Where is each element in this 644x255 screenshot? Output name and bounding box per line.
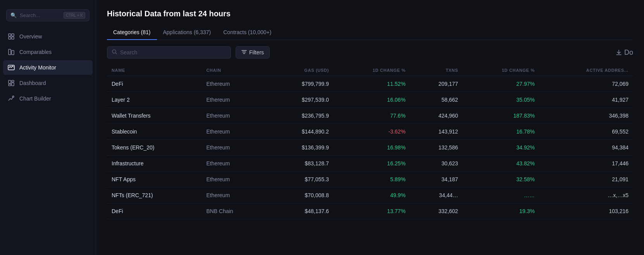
col-header-gas[interactable]: GAS (USD): [267, 65, 334, 76]
tabs-bar: Categories (81) Applications (6,337) Con…: [107, 26, 633, 40]
page-title: Historical Data from last 24 hours: [107, 9, 633, 18]
table-row[interactable]: Wallet Transfers Ethereum $236,795.9 77.…: [107, 108, 633, 124]
svg-rect-5: [12, 50, 14, 55]
cell-gas: $48,137.6: [267, 203, 334, 219]
cell-name: Layer 2: [107, 92, 201, 108]
overview-icon: [8, 33, 15, 40]
cell-gas: $70,008.8: [267, 187, 334, 203]
cell-chain: Ethereum: [201, 172, 267, 187]
col-header-chain[interactable]: CHAIN: [201, 65, 267, 76]
sidebar-item-label-overview: Overview: [19, 33, 42, 40]
table-row[interactable]: DeFi BNB Chain $48,137.6 13.77% 332,602 …: [107, 203, 633, 219]
cell-change-txns: 16.78%: [463, 124, 539, 140]
svg-rect-3: [12, 37, 14, 39]
cell-change-txns: 32.58%: [463, 172, 539, 187]
cell-change-txns: 34.92%: [463, 140, 539, 156]
cell-active-addresses: 346,398: [539, 108, 633, 124]
svg-rect-10: [12, 83, 14, 86]
sidebar-item-comparables[interactable]: Comparables: [3, 45, 93, 59]
cell-gas: $799,799.9: [267, 76, 334, 92]
svg-rect-0: [9, 34, 11, 36]
cell-active-addresses: 69,552: [539, 124, 633, 140]
cell-name: DeFi: [107, 76, 201, 92]
table-row[interactable]: Tokens (ERC_20) Ethereum $136,399.9 16.9…: [107, 140, 633, 156]
cell-active-addresses: 103,216: [539, 203, 633, 219]
download-button[interactable]: Do: [616, 49, 633, 57]
tab-categories[interactable]: Categories (81): [107, 26, 157, 40]
table-row[interactable]: NFT Apps Ethereum $77,055.3 5.89% 34,187…: [107, 172, 633, 187]
table-row[interactable]: Infrastructure Ethereum $83,128.7 16.25%…: [107, 156, 633, 172]
cell-name: Infrastructure: [107, 156, 201, 172]
search-box[interactable]: [107, 46, 231, 59]
cell-change-gas: 77.6%: [334, 108, 410, 124]
cell-active-addresses: …x,…x5: [539, 187, 633, 203]
cell-gas: $77,055.3: [267, 172, 334, 187]
cell-name: NFTs (ERC_721): [107, 187, 201, 203]
sidebar-search[interactable]: 🔍 Search... CTRL + K: [6, 9, 90, 21]
cell-gas: $236,795.9: [267, 108, 334, 124]
cell-change-gas: -3.62%: [334, 124, 410, 140]
cell-gas: $83,128.7: [267, 156, 334, 172]
sidebar-item-label-comparables: Comparables: [19, 49, 52, 55]
col-header-change-gas[interactable]: 1D CHANGE %: [334, 65, 410, 76]
sidebar-item-activity-monitor[interactable]: Activity Monitor: [3, 60, 93, 75]
cell-gas: $297,539.0: [267, 92, 334, 108]
cell-name: Tokens (ERC_20): [107, 140, 201, 156]
col-header-active-addresses[interactable]: ACTIVE ADDRES...: [539, 65, 633, 76]
cell-txns: 30,623: [410, 156, 463, 172]
filters-button[interactable]: Filters: [236, 46, 270, 59]
cell-name: DeFi: [107, 203, 201, 219]
sidebar-item-chart-builder[interactable]: Chart Builder: [3, 91, 93, 106]
cell-gas: $136,399.9: [267, 140, 334, 156]
cell-chain: Ethereum: [201, 92, 267, 108]
data-table-container: NAME CHAIN GAS (USD) 1D CHANGE % TXNS 1D…: [107, 65, 633, 255]
cell-txns: 332,602: [410, 203, 463, 219]
sidebar-item-overview[interactable]: Overview: [3, 29, 93, 44]
cell-txns: 209,177: [410, 76, 463, 92]
main-content: Historical Data from last 24 hours Categ…: [96, 0, 644, 255]
tab-contracts[interactable]: Contracts (10,000+): [217, 26, 277, 40]
tab-applications[interactable]: Applications (6,337): [157, 26, 217, 40]
cell-chain: Ethereum: [201, 187, 267, 203]
cell-change-txns: 27.97%: [463, 76, 539, 92]
table-row[interactable]: NFTs (ERC_721) Ethereum $70,008.8 49.9% …: [107, 187, 633, 203]
cell-txns: 143,912: [410, 124, 463, 140]
cell-active-addresses: 21,091: [539, 172, 633, 187]
chart-builder-icon: [8, 95, 15, 102]
cell-txns: 34,44…: [410, 187, 463, 203]
col-header-txns[interactable]: TXNS: [410, 65, 463, 76]
col-header-change-txns[interactable]: 1D CHANGE %: [463, 65, 539, 76]
toolbar: Filters Do: [107, 46, 633, 59]
cell-change-gas: 11.52%: [334, 76, 410, 92]
svg-rect-9: [9, 84, 11, 86]
cell-txns: 424,960: [410, 108, 463, 124]
dashboard-icon: [8, 80, 15, 87]
sidebar-nav: Overview Comparables Activity Monitor: [0, 29, 96, 106]
sidebar: 🔍 Search... CTRL + K Overview: [0, 0, 96, 255]
cell-txns: 34,187: [410, 172, 463, 187]
cell-change-txns: 35.05%: [463, 92, 539, 108]
sidebar-item-label-dashboard: Dashboard: [19, 80, 46, 86]
svg-rect-8: [12, 80, 14, 82]
search-input[interactable]: [120, 49, 226, 56]
cell-active-addresses: 72,069: [539, 76, 633, 92]
table-row[interactable]: Stablecoin Ethereum $144,890.2 -3.62% 14…: [107, 124, 633, 140]
cell-chain: Ethereum: [201, 76, 267, 92]
svg-rect-4: [9, 49, 11, 55]
cell-gas: $144,890.2: [267, 124, 334, 140]
col-header-name[interactable]: NAME: [107, 65, 201, 76]
download-label: Do: [624, 49, 633, 57]
table-header-row: NAME CHAIN GAS (USD) 1D CHANGE % TXNS 1D…: [107, 65, 633, 76]
table-row[interactable]: Layer 2 Ethereum $297,539.0 16.06% 58,66…: [107, 92, 633, 108]
sidebar-item-label-chart-builder: Chart Builder: [19, 95, 51, 102]
sidebar-item-dashboard[interactable]: Dashboard: [3, 76, 93, 90]
cell-active-addresses: 94,384: [539, 140, 633, 156]
search-box-icon: [112, 49, 117, 56]
svg-line-13: [115, 53, 117, 54]
cell-change-gas: 16.98%: [334, 140, 410, 156]
filters-label: Filters: [249, 49, 264, 56]
cell-chain: Ethereum: [201, 108, 267, 124]
cell-name: Stablecoin: [107, 124, 201, 140]
cell-name: Wallet Transfers: [107, 108, 201, 124]
table-row[interactable]: DeFi Ethereum $799,799.9 11.52% 209,177 …: [107, 76, 633, 92]
